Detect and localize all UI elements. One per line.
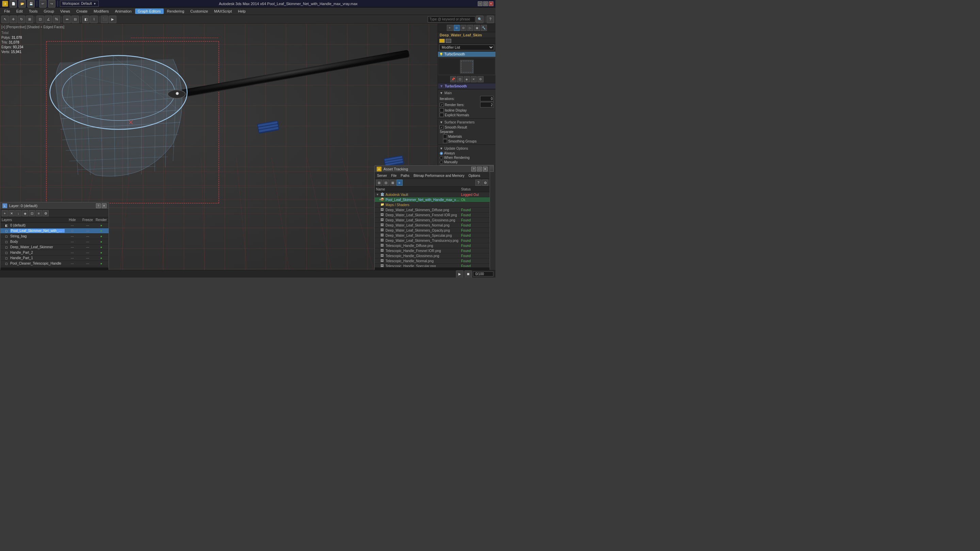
menu-edit[interactable]: Edit xyxy=(14,8,25,14)
utilities-tab[interactable]: 🔧 xyxy=(481,25,487,31)
asset-item[interactable]: ▼ 📁 Maps / Shaders xyxy=(375,202,490,208)
ts-always-radio[interactable] xyxy=(440,152,443,155)
configure-modifier-sets-btn[interactable]: ⚙ xyxy=(477,76,484,82)
mirror-tool[interactable]: ⇔ xyxy=(63,16,71,23)
ts-materials-checkbox[interactable] xyxy=(443,134,447,138)
undo-btn[interactable]: ↩ xyxy=(39,0,47,8)
open-btn[interactable]: 📂 xyxy=(18,0,26,8)
layers-close-button[interactable]: ✕ xyxy=(102,203,107,208)
align-tool[interactable]: ⊟ xyxy=(72,16,79,23)
ts-when-rendering-radio[interactable] xyxy=(440,156,443,159)
asset-item[interactable]: 🖼 Deep_Water_Leaf_Skimmers_Fresnel IOR.p… xyxy=(375,213,490,218)
menu-customize[interactable]: Customize xyxy=(188,8,211,14)
ts-smoothing-groups-checkbox[interactable] xyxy=(443,139,447,143)
layers-help-button[interactable]: ? xyxy=(96,203,101,208)
asset-item[interactable]: ▼ 📦 Pool_Leaf_Skimmer_Net_with_Handle_ma… xyxy=(375,197,490,202)
asset-item[interactable]: 🖼 Deep_Water_Leaf_Skimmers_Glossiness.pn… xyxy=(375,218,490,223)
layer-item[interactable]: ◻ Body — — ● xyxy=(0,239,108,245)
menu-animation[interactable]: Animation xyxy=(112,8,134,14)
asset-item[interactable]: 🖼 Telescopic_Handle_Diffuse.png Found xyxy=(375,243,490,248)
redo-btn[interactable]: ↪ xyxy=(48,0,56,8)
layer-item[interactable]: ◻ String_bag — — ● xyxy=(0,233,108,239)
asset-item[interactable]: 🖼 Deep_Water_Leaf_Skimmers_Opacity.png F… xyxy=(375,228,490,233)
color-swatch2[interactable] xyxy=(446,39,451,43)
asset-item[interactable]: 🖼 Telescopic_Handle_Specular.png Found xyxy=(375,264,490,267)
remove-modifier-btn[interactable]: ✕ xyxy=(471,76,477,82)
asset-panel-header[interactable]: A Asset Tracking ? □ ✕ xyxy=(375,166,490,173)
asset-menu-bitmap[interactable]: Bitmap Performance and Memory xyxy=(412,173,466,178)
frame-counter[interactable]: 0/100 xyxy=(473,272,493,276)
menu-graph-editors[interactable]: Graph Editors xyxy=(135,8,164,14)
minimize-button[interactable]: − xyxy=(478,2,482,6)
color-swatch[interactable] xyxy=(439,39,445,43)
asset-menu-server[interactable]: Server xyxy=(376,173,388,178)
menu-views[interactable]: Views xyxy=(57,8,73,14)
asset-menu-options[interactable]: Options xyxy=(468,173,481,178)
menu-help[interactable]: Help xyxy=(235,8,248,14)
layer-item[interactable]: ◧ 0 (default) — — ● xyxy=(0,223,108,228)
create-tab[interactable]: + xyxy=(447,25,453,31)
show-end-result-btn[interactable]: ⊡ xyxy=(457,76,463,82)
ts-smooth-result-checkbox[interactable] xyxy=(440,125,444,129)
asset-item[interactable]: 🖼 Deep_Water_Leaf_Skimmers_Normal.png Fo… xyxy=(375,223,490,228)
layer-item[interactable]: ◻ Handle_Part_1 — — ● xyxy=(0,256,108,261)
menu-tools[interactable]: Tools xyxy=(26,8,40,14)
modifier-entry-turbosmooth[interactable]: 💡 TurboSmooth xyxy=(438,52,495,57)
asset-close-button[interactable]: ✕ xyxy=(483,167,488,171)
asset-btn2[interactable]: ⊟ xyxy=(383,179,389,186)
layers-scrollbar[interactable] xyxy=(0,267,108,270)
maximize-button[interactable]: □ xyxy=(483,2,488,6)
motion-tab[interactable]: ▷ xyxy=(467,25,473,31)
layers-properties-btn[interactable]: ≡ xyxy=(36,210,42,216)
modify-tab active[interactable]: ⊘ xyxy=(453,25,460,31)
layers-delete-btn[interactable]: ✕ xyxy=(8,210,14,216)
layer-item[interactable]: ◻ Pool_Cleaner_Telescopic_Handle — — ● xyxy=(0,261,108,266)
make-unique-btn[interactable]: ◈ xyxy=(464,76,470,82)
move-tool[interactable]: ✛ xyxy=(10,16,17,23)
asset-item[interactable]: 🖼 Telescopic_Handle_Normal.png Found xyxy=(375,259,490,264)
scale-tool[interactable]: ⊞ xyxy=(26,16,33,23)
asset-help-button[interactable]: ? xyxy=(471,167,476,171)
asset-item[interactable]: 🖼 Deep_Water_Leaf_Skimmers_Translucency.… xyxy=(375,238,490,243)
ts-render-iters-checkbox[interactable] xyxy=(440,103,444,107)
menu-create[interactable]: Create xyxy=(73,8,90,14)
save-btn[interactable]: 💾 xyxy=(27,0,35,8)
stop-btn[interactable]: ⏹ xyxy=(465,270,472,278)
hierarchy-tab[interactable]: ⊖ xyxy=(460,25,466,31)
menu-file[interactable]: File xyxy=(2,8,13,14)
display-tab[interactable]: ◉ xyxy=(474,25,480,31)
ts-isoline-checkbox[interactable] xyxy=(440,108,444,112)
layers-new-btn[interactable]: + xyxy=(2,210,8,216)
menu-maxscript[interactable]: MAXScript xyxy=(211,8,234,14)
render-setup[interactable]: ⬛ xyxy=(101,16,108,23)
asset-help-btn[interactable]: ? xyxy=(476,179,482,186)
layers-settings-btn[interactable]: ⚙ xyxy=(43,210,49,216)
layer-item[interactable]: ◻ Pool_Leaf_Skimmer_Net_with_Handle □ — … xyxy=(0,228,108,233)
ts-render-iters-input[interactable]: 2 xyxy=(480,102,494,108)
percent-snap[interactable]: % xyxy=(53,16,60,23)
layers-panel-header[interactable]: L Layer: 0 (default) ? ✕ xyxy=(0,202,108,210)
asset-item[interactable]: 🖼 Telescopic_Handle_Fresnel IOR.png Foun… xyxy=(375,248,490,253)
menu-group[interactable]: Group xyxy=(41,8,57,14)
layer-item[interactable]: ◻ Handle_Part_2 — — ● xyxy=(0,250,108,256)
asset-scrollbar[interactable] xyxy=(375,267,490,270)
ts-iterations-input[interactable]: 0 xyxy=(480,96,494,102)
layers-add-btn[interactable]: ↓ xyxy=(15,210,21,216)
asset-btn4[interactable]: ≡ xyxy=(396,179,402,186)
layer-item[interactable]: ◻ Pool_Leaf_Skimmer_Net_with_Handle — — … xyxy=(0,266,108,267)
asset-menu-paths[interactable]: Paths xyxy=(400,173,411,178)
search-input[interactable] xyxy=(428,16,476,22)
angle-snap[interactable]: ∠ xyxy=(45,16,52,23)
new-btn[interactable]: 📄 xyxy=(10,0,17,8)
turbosmooth-header[interactable]: ▼ TurboSmooth xyxy=(438,83,495,89)
menu-rendering[interactable]: Rendering xyxy=(164,8,187,14)
asset-item[interactable]: 🖼 Deep_Water_Leaf_Skimmers_Specular.png … xyxy=(375,233,490,238)
layer-item[interactable]: ◻ Deep_Water_Leaf_Skimmer — — ● xyxy=(0,245,108,250)
asset-btn1[interactable]: ⊞ xyxy=(376,179,382,186)
asset-menu-file[interactable]: File xyxy=(390,173,398,178)
play-btn[interactable]: ▶ xyxy=(456,270,463,278)
layers-select-objects-btn[interactable]: ⊡ xyxy=(29,210,35,216)
select-tool[interactable]: ↖ xyxy=(2,16,9,23)
snap-toggle[interactable]: ⊡ xyxy=(37,16,44,23)
asset-item[interactable]: 🖼 Deep_Water_Leaf_Skimmers_Diffuse.png F… xyxy=(375,208,490,213)
